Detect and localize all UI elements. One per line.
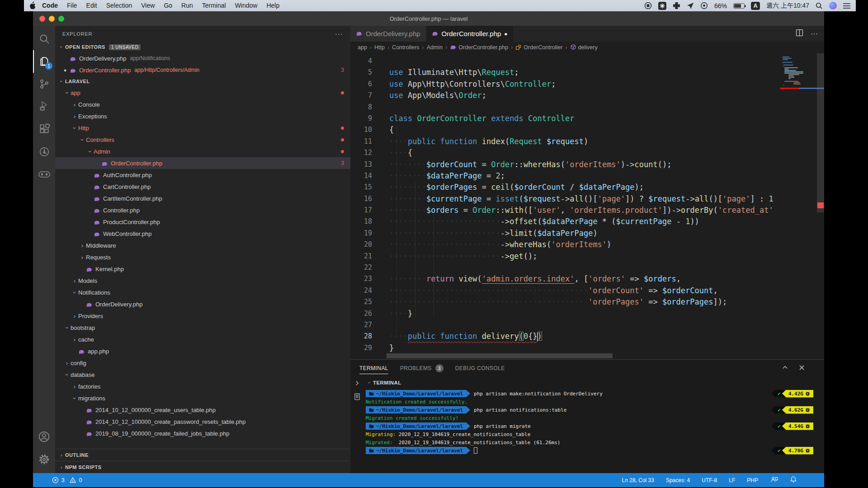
- breadcrumb-item-Admin[interactable]: Admin: [427, 44, 443, 51]
- sidebar-section-npm-scripts[interactable]: ›NPM SCRIPTS: [55, 461, 350, 473]
- status-encoding[interactable]: UTF-8: [702, 477, 717, 483]
- breadcrumb-item-OrderController[interactable]: OrderController: [515, 44, 562, 52]
- project-root-header[interactable]: › LARAVEL: [55, 76, 350, 87]
- breadcrumb-item-app[interactable]: app: [358, 44, 367, 51]
- editor-scrollbar[interactable]: [817, 53, 824, 359]
- menu-item-view[interactable]: View: [137, 0, 159, 11]
- account-icon[interactable]: [33, 425, 55, 448]
- tree-item-ProductController.php[interactable]: ProductController.php: [55, 216, 350, 228]
- terminal-list-icon[interactable]: [354, 393, 360, 402]
- terminal-section-header[interactable]: › TERMINAL: [350, 377, 824, 389]
- tree-item-migrations[interactable]: ›migrations: [55, 392, 350, 404]
- feedback-icon[interactable]: [770, 476, 778, 484]
- apple-icon[interactable]: [29, 1, 36, 10]
- tree-item-Admin[interactable]: ›Admin: [55, 145, 350, 157]
- split-editor-icon[interactable]: [796, 29, 803, 38]
- explorer-icon[interactable]: 1: [33, 50, 55, 73]
- record-icon[interactable]: [644, 2, 652, 9]
- tree-item-Console[interactable]: ›Console: [55, 99, 350, 110]
- source-control-icon[interactable]: [33, 73, 55, 95]
- tree-item-CartController.php[interactable]: CartController.php: [55, 181, 350, 192]
- settings-gear-icon[interactable]: [33, 448, 55, 470]
- tree-item-factories[interactable]: ›factories: [55, 380, 350, 392]
- panel-maximize-icon[interactable]: [782, 364, 788, 373]
- tree-item-app.php[interactable]: app.php: [55, 345, 350, 357]
- sync-icon[interactable]: [700, 2, 708, 9]
- game-controller-extension-icon[interactable]: [33, 163, 55, 186]
- menu-item-edit[interactable]: Edit: [82, 0, 101, 11]
- breadcrumb-item-OrderController.php[interactable]: OrderController.php: [450, 44, 508, 51]
- status-cursor-position[interactable]: Ln 28, Col 33: [622, 477, 654, 483]
- horizontal-scrollbar[interactable]: [387, 353, 613, 358]
- menu-item-go[interactable]: Go: [160, 0, 176, 11]
- open-editor-item[interactable]: OrderDelivery.phpapp/Notifications: [55, 52, 350, 64]
- tab-OrderDelivery.php[interactable]: OrderDelivery.php: [350, 26, 426, 42]
- sidebar-section-outline[interactable]: ›OUTLINE: [55, 449, 350, 461]
- tree-item-2014_10_12_100000_create_password_resets_table.php[interactable]: 2014_10_12_100000_create_password_resets…: [55, 416, 350, 427]
- problems-status[interactable]: 3 0: [52, 477, 82, 483]
- tree-item-Providers[interactable]: ›Providers: [55, 310, 350, 322]
- tree-item-Models[interactable]: ›Models: [55, 275, 350, 286]
- minimize-window-button[interactable]: [49, 16, 55, 22]
- tree-item-bootstrap[interactable]: ›bootstrap: [55, 322, 350, 333]
- extensions-icon[interactable]: [33, 118, 55, 141]
- tree-item-cache[interactable]: ›cache: [55, 333, 350, 345]
- tree-item-Controller.php[interactable]: Controller.php: [55, 204, 350, 216]
- menu-item-file[interactable]: File: [63, 0, 81, 11]
- tree-item-Controllers[interactable]: ›Controllers: [55, 134, 350, 145]
- status-eol[interactable]: LF: [729, 477, 735, 483]
- tree-item-WebController.php[interactable]: WebController.php: [55, 228, 350, 239]
- tree-item-Requests[interactable]: ›Requests: [55, 251, 350, 263]
- status-language-mode[interactable]: PHP: [747, 477, 758, 483]
- menubar-clock[interactable]: 週六 上午10:47: [766, 2, 809, 10]
- breadcrumb-item-Http[interactable]: Http: [374, 44, 385, 51]
- tree-item-AuthController.php[interactable]: AuthController.php: [55, 169, 350, 181]
- status-indentation[interactable]: Spaces: 4: [666, 477, 690, 483]
- code-editor[interactable]: 45use Illuminate\Http\Request;6use App\H…: [350, 53, 824, 359]
- input-source-icon[interactable]: A: [751, 2, 760, 10]
- tree-item-OrderDelivery.php[interactable]: OrderDelivery.php: [55, 298, 350, 310]
- panel-expand-icon[interactable]: [354, 380, 360, 388]
- close-window-button[interactable]: [39, 16, 45, 22]
- spotlight-icon[interactable]: [816, 2, 823, 9]
- terminal-output[interactable]: ~/Hiskio_Demo/Laravel/laravelphp artisan…: [350, 389, 824, 473]
- tree-item-Kernel.php[interactable]: Kernel.php: [55, 263, 350, 275]
- gitlens-icon[interactable]: [33, 141, 55, 163]
- siri-icon[interactable]: [829, 2, 837, 9]
- editor-more-actions-icon[interactable]: ···: [811, 30, 818, 38]
- panel-tab-terminal[interactable]: TERMINAL: [359, 360, 388, 377]
- window-title-bar[interactable]: OrderController.php — laravel: [33, 11, 824, 26]
- control-center-icon[interactable]: [843, 3, 850, 9]
- breadcrumb-item-Controllers[interactable]: Controllers: [392, 44, 419, 51]
- tree-item-2014_10_12_000000_create_users_table.php[interactable]: 2014_10_12_000000_create_users_table.php: [55, 404, 350, 416]
- panel-close-icon[interactable]: [798, 364, 805, 373]
- open-editor-item[interactable]: ●OrderController.phpapp/Http/Controllers…: [55, 64, 350, 76]
- menu-item-selection[interactable]: Selection: [102, 0, 137, 11]
- tree-item-Middleware[interactable]: ›Middleware: [55, 239, 350, 251]
- tab-OrderController.php[interactable]: OrderController.php●: [426, 26, 514, 42]
- panel-tab-problems[interactable]: PROBLEMS3: [400, 360, 443, 377]
- explorer-more-actions-icon[interactable]: ···: [335, 30, 343, 38]
- tree-item-Exceptions[interactable]: ›Exceptions: [55, 110, 350, 122]
- tree-item-CartItemController.php[interactable]: CartItemController.php: [55, 192, 350, 204]
- tree-item-OrderController.php[interactable]: OrderController.php3: [55, 157, 350, 169]
- tree-item-config[interactable]: ›config: [55, 357, 350, 369]
- menu-item-code[interactable]: Code: [38, 0, 62, 11]
- tree-item-database[interactable]: ›database: [55, 369, 350, 380]
- open-editors-header[interactable]: › OPEN EDITORS 1 UNSAVED: [55, 42, 350, 52]
- breadcrumb-item-delivery[interactable]: delivery: [570, 44, 598, 52]
- asterisk-app-icon[interactable]: [658, 2, 666, 10]
- search-icon[interactable]: [33, 28, 55, 50]
- run-debug-icon[interactable]: [33, 95, 55, 118]
- tree-item-Http[interactable]: ›Http: [55, 122, 350, 134]
- tree-item-app[interactable]: ›app: [55, 87, 350, 99]
- panel-tab-debug-console[interactable]: DEBUG CONSOLE: [455, 360, 505, 377]
- plus-app-icon[interactable]: [673, 2, 680, 9]
- menu-item-terminal[interactable]: Terminal: [198, 0, 230, 11]
- menu-item-run[interactable]: Run: [177, 0, 197, 11]
- menu-item-help[interactable]: Help: [262, 0, 283, 11]
- tree-item-2019_08_19_000000_create_failed_jobs_table.php[interactable]: 2019_08_19_000000_create_failed_jobs_tab…: [55, 427, 350, 439]
- notifications-bell-icon[interactable]: [790, 476, 797, 484]
- tree-item-Notifications[interactable]: ›Notifications: [55, 286, 350, 298]
- maximize-window-button[interactable]: [58, 16, 64, 22]
